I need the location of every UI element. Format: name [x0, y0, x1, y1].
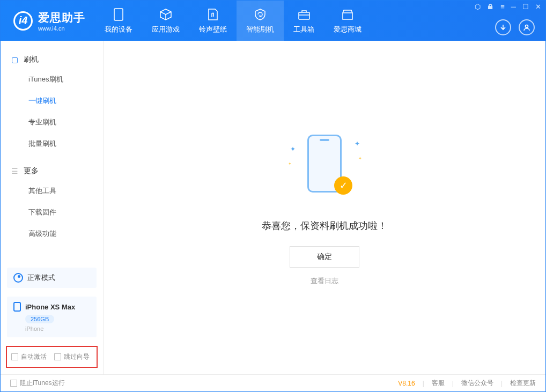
main-tabs: 我的设备 应用游戏 铃声壁纸 智能刷机 工具箱 爱思商城	[95, 1, 371, 41]
close-button[interactable]: ✕	[535, 3, 541, 11]
checkbox-icon	[54, 353, 61, 360]
sparkle-icon: ✦	[358, 156, 362, 161]
version-label: V8.16	[398, 380, 415, 387]
section-more: ☰ 更多	[1, 162, 103, 180]
shirt-icon[interactable]: ⬡	[475, 3, 481, 11]
sparkle-icon: ✦	[355, 140, 360, 147]
device-mode-box: 正常模式	[7, 268, 97, 288]
tab-toolbox[interactable]: 工具箱	[284, 1, 324, 41]
sidebar-item-other-tools[interactable]: 其他工具	[1, 180, 103, 202]
sidebar-item-advanced[interactable]: 高级功能	[1, 223, 103, 245]
check-circle-icon: ✓	[334, 176, 352, 195]
sparkle-icon: ✦	[288, 161, 292, 166]
wechat-link[interactable]: 微信公众号	[461, 379, 493, 388]
device-name: iPhone XS Max	[25, 303, 75, 311]
svg-rect-0	[114, 9, 123, 20]
device-info-box: iPhone XS Max 256GB iPhone	[7, 297, 97, 337]
sidebar-item-pro-flash[interactable]: 专业刷机	[1, 112, 103, 133]
minimize-button[interactable]: ─	[511, 3, 516, 11]
device-type: iPhone	[25, 326, 90, 332]
success-illustration: ✦ ✦ ✦ ✦ ✓	[287, 129, 362, 204]
download-button[interactable]	[495, 19, 511, 35]
app-title: 爱思助手	[38, 10, 85, 25]
refresh-shield-icon	[253, 8, 267, 21]
toolbox-icon	[297, 8, 311, 21]
device-icon: ▢	[11, 55, 18, 64]
device-capacity: 256GB	[25, 315, 54, 323]
device-mode-label: 正常模式	[27, 273, 55, 283]
app-subtitle: www.i4.cn	[38, 25, 85, 32]
footer: 阻止iTunes运行 V8.16 | 客服 | 微信公众号 | 检查更新	[1, 374, 545, 391]
header-actions	[495, 19, 535, 35]
svg-rect-1	[299, 12, 309, 19]
header: i4 爱思助手 www.i4.cn 我的设备 应用游戏 铃声壁纸 智能刷机	[1, 1, 545, 41]
tab-ringtone-wallpaper[interactable]: 铃声壁纸	[189, 1, 237, 41]
window-controls: ⬡ 🔒︎ ≡ ─ ☐ ✕	[475, 3, 541, 11]
sidebar-item-batch-flash[interactable]: 批量刷机	[1, 133, 103, 154]
app-logo-icon: i4	[13, 11, 33, 31]
sparkle-icon: ✦	[290, 145, 296, 153]
sidebar: ▢ 刷机 iTunes刷机 一键刷机 专业刷机 批量刷机 ☰ 更多 其他工具 下…	[1, 41, 104, 374]
success-message: 恭喜您，保资料刷机成功啦！	[262, 219, 387, 232]
svg-point-3	[526, 25, 528, 28]
music-file-icon	[206, 8, 220, 21]
profile-button[interactable]	[519, 19, 535, 35]
menu-icon[interactable]: ≡	[500, 3, 505, 11]
tab-apps-games[interactable]: 应用游戏	[142, 1, 189, 41]
confirm-button[interactable]: 确定	[290, 246, 359, 268]
flash-options: 自动激活 跳过向导	[6, 346, 98, 368]
cube-icon	[159, 8, 173, 21]
section-flash: ▢ 刷机	[1, 50, 103, 69]
sidebar-item-onekey-flash[interactable]: 一键刷机	[1, 90, 103, 112]
tab-smart-flash[interactable]: 智能刷机	[237, 1, 284, 41]
view-log-link[interactable]: 查看日志	[311, 276, 338, 286]
device-phone-icon	[13, 302, 21, 312]
lock-icon[interactable]: 🔒︎	[487, 3, 494, 11]
phone-icon	[112, 8, 126, 21]
support-link[interactable]: 客服	[432, 379, 445, 388]
check-update-link[interactable]: 检查更新	[510, 379, 536, 388]
main-content: ✦ ✦ ✦ ✦ ✓ 恭喜您，保资料刷机成功啦！ 确定 查看日志	[104, 41, 545, 374]
tab-store[interactable]: 爱思商城	[324, 1, 371, 41]
logo: i4 爱思助手 www.i4.cn	[1, 10, 95, 32]
tab-my-device[interactable]: 我的设备	[95, 1, 142, 41]
checkbox-icon	[10, 380, 17, 387]
sidebar-item-itunes-flash[interactable]: iTunes刷机	[1, 69, 103, 90]
checkbox-block-itunes[interactable]: 阻止iTunes运行	[10, 379, 65, 388]
list-icon: ☰	[11, 167, 18, 175]
mode-icon	[13, 273, 23, 283]
checkbox-icon	[11, 353, 18, 360]
checkbox-auto-activate[interactable]: 自动激活	[11, 352, 47, 361]
maximize-button[interactable]: ☐	[522, 3, 529, 11]
store-icon	[341, 8, 355, 21]
checkbox-skip-guide[interactable]: 跳过向导	[54, 352, 90, 361]
sidebar-item-download-firmware[interactable]: 下载固件	[1, 202, 103, 223]
